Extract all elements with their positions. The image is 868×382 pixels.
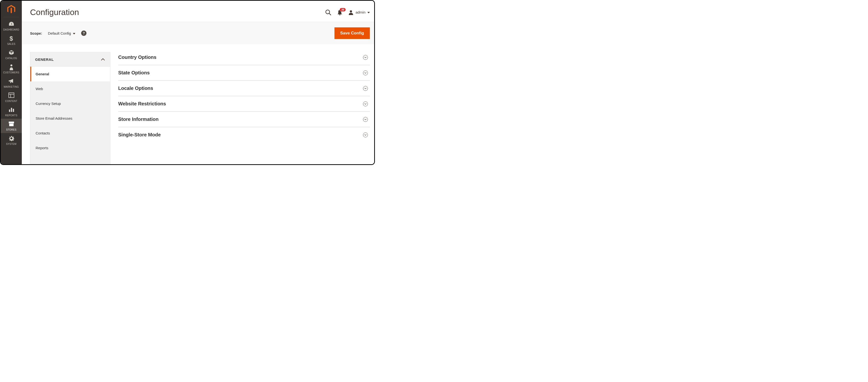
save-config-button[interactable]: Save Config	[335, 27, 370, 39]
user-menu[interactable]: admin	[348, 10, 370, 15]
bar-chart-icon	[8, 107, 14, 113]
sidebar-divider	[3, 17, 19, 17]
config-nav-item-currency-setup[interactable]: Currency Setup	[30, 96, 110, 111]
chevron-down-icon	[363, 55, 368, 60]
megaphone-icon	[8, 78, 14, 85]
sidebar-item-system[interactable]: SYSTEM	[1, 133, 22, 147]
sidebar-item-label: SALES	[7, 42, 16, 45]
section-state-options[interactable]: State Options	[118, 65, 370, 81]
sidebar: DASHBOARD $ SALES CATALOG CUSTOMERS MARK…	[1, 1, 22, 164]
header-actions: 39 admin	[325, 9, 370, 16]
user-icon	[348, 10, 353, 15]
header: Configuration 39 admin	[22, 1, 374, 22]
section-locale-options[interactable]: Locale Options	[118, 81, 370, 96]
config-nav-item-label: General	[36, 72, 49, 76]
user-name: admin	[355, 10, 366, 14]
sidebar-item-marketing[interactable]: MARKETING	[1, 76, 22, 90]
scope-select[interactable]: Default Config	[48, 31, 75, 35]
chevron-down-icon	[363, 86, 368, 91]
config-nav-item-label: Currency Setup	[36, 101, 61, 106]
svg-rect-4	[9, 110, 10, 112]
sidebar-item-reports[interactable]: REPORTS	[1, 105, 22, 119]
box-icon	[8, 50, 14, 56]
svg-rect-1	[9, 93, 14, 98]
section-website-restrictions[interactable]: Website Restrictions	[118, 96, 370, 112]
page-title: Configuration	[30, 7, 79, 17]
sidebar-item-label: CATALOG	[5, 57, 17, 60]
section-title: Single-Store Mode	[118, 132, 161, 138]
svg-rect-6	[13, 109, 14, 112]
chevron-down-icon	[363, 70, 368, 75]
chevron-down-icon	[363, 133, 368, 137]
scope-bar: Scope: Default Config ? Save Config	[22, 22, 374, 44]
caret-down-icon	[367, 10, 370, 14]
section-country-options[interactable]: Country Options	[118, 52, 370, 65]
config-nav-item-store-email-addresses[interactable]: Store Email Addresses	[30, 111, 110, 126]
gauge-icon	[8, 21, 14, 27]
scope-value: Default Config	[48, 31, 71, 35]
gear-icon	[8, 136, 14, 142]
scope-left: Scope: Default Config ?	[30, 31, 87, 36]
config-nav-item-web[interactable]: Web	[30, 81, 110, 96]
svg-point-0	[10, 64, 12, 66]
config-nav-group-general[interactable]: GENERAL	[30, 52, 110, 67]
svg-rect-7	[9, 123, 13, 126]
content: GENERAL General Web Currency Setup Store…	[22, 44, 374, 164]
config-nav-item-reports[interactable]: Reports	[30, 141, 110, 151]
person-icon	[9, 64, 14, 70]
main: Configuration 39 admin Scope:	[22, 1, 374, 164]
sidebar-item-label: STORES	[6, 128, 17, 131]
section-title: State Options	[118, 70, 150, 76]
config-nav-item-label: Contacts	[36, 131, 50, 135]
sidebar-item-dashboard[interactable]: DASHBOARD	[1, 19, 22, 33]
chevron-down-icon	[363, 117, 368, 122]
sidebar-item-catalog[interactable]: CATALOG	[1, 47, 22, 61]
sidebar-item-content[interactable]: CONTENT	[1, 90, 22, 105]
config-nav-item-label: Web	[36, 87, 43, 91]
section-store-information[interactable]: Store Information	[118, 112, 370, 127]
sidebar-item-label: CUSTOMERS	[3, 71, 19, 74]
chevron-up-icon	[101, 57, 105, 61]
sidebar-item-label: DASHBOARD	[3, 28, 19, 31]
config-nav-item-contacts[interactable]: Contacts	[30, 126, 110, 141]
svg-point-8	[10, 138, 12, 139]
notifications-button[interactable]: 39	[337, 9, 342, 15]
section-single-store-mode[interactable]: Single-Store Mode	[118, 127, 370, 142]
svg-line-10	[329, 13, 331, 15]
sidebar-item-label: CONTENT	[5, 100, 17, 102]
dollar-icon: $	[10, 35, 13, 42]
config-nav: GENERAL General Web Currency Setup Store…	[30, 52, 111, 164]
config-sections: Country Options State Options Locale Opt…	[118, 52, 370, 164]
sidebar-item-sales[interactable]: $ SALES	[1, 33, 22, 47]
svg-rect-5	[11, 108, 12, 112]
chevron-down-icon	[363, 101, 368, 106]
config-nav-item-general[interactable]: General	[30, 67, 110, 81]
config-nav-item-label: Store Email Addresses	[36, 116, 72, 120]
section-title: Store Information	[118, 117, 159, 122]
search-button[interactable]	[325, 9, 331, 16]
help-icon[interactable]: ?	[81, 31, 87, 36]
app-frame: DASHBOARD $ SALES CATALOG CUSTOMERS MARK…	[0, 0, 375, 165]
magento-logo[interactable]	[6, 4, 17, 14]
store-icon	[8, 121, 14, 127]
sidebar-item-label: SYSTEM	[6, 143, 17, 145]
section-title: Locale Options	[118, 86, 153, 91]
config-nav-item-label: Reports	[36, 146, 49, 150]
sidebar-item-label: REPORTS	[5, 114, 17, 117]
sidebar-item-customers[interactable]: CUSTOMERS	[1, 61, 22, 76]
section-title: Country Options	[118, 55, 156, 60]
section-title: Website Restrictions	[118, 101, 166, 107]
caret-down-icon	[73, 31, 75, 35]
svg-point-11	[350, 10, 352, 12]
layout-icon	[8, 92, 14, 99]
sidebar-item-stores[interactable]: STORES	[1, 119, 22, 133]
sidebar-item-label: MARKETING	[4, 86, 19, 88]
config-nav-group-label: GENERAL	[35, 57, 54, 61]
notification-badge: 39	[340, 8, 346, 11]
scope-label: Scope:	[30, 31, 42, 35]
